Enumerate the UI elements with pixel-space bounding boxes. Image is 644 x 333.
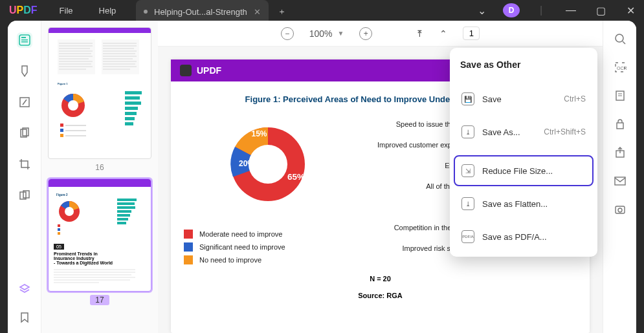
protect-icon[interactable] xyxy=(614,118,627,131)
svg-rect-38 xyxy=(125,102,141,105)
svg-rect-57 xyxy=(117,218,128,220)
screenshot-icon[interactable] xyxy=(614,203,627,216)
close-window-button[interactable]: ✕ xyxy=(622,5,639,17)
close-icon[interactable]: ✕ xyxy=(254,7,261,17)
svg-rect-54 xyxy=(117,206,135,209)
svg-text:65%: 65% xyxy=(287,172,305,182)
svg-rect-37 xyxy=(125,96,140,100)
zoom-in-button[interactable]: + xyxy=(359,27,372,40)
prev-page-button[interactable]: ⌃ xyxy=(439,28,447,39)
page-number-input[interactable] xyxy=(463,27,480,40)
save-as-icon: ⤓ xyxy=(461,125,474,138)
document-tab[interactable]: Helping-Out...al-Strength ✕ xyxy=(136,0,269,23)
flatten-icon: ⤓ xyxy=(461,197,474,210)
thumb-section-badge: 05 xyxy=(54,244,64,250)
window-controls: ⌄ D | — ▢ ✕ xyxy=(473,0,639,21)
svg-rect-41 xyxy=(125,117,135,120)
organize-pages-icon[interactable] xyxy=(17,125,32,141)
thumbnail-number: 16 xyxy=(48,163,151,172)
view-toolbar: − 100% ▼ + ⇤ ⌃ xyxy=(158,21,603,47)
svg-rect-82 xyxy=(615,177,625,185)
svg-text:OCR: OCR xyxy=(617,66,627,70)
svg-point-73 xyxy=(616,34,623,42)
svg-rect-80 xyxy=(617,123,623,129)
minimize-button[interactable]: — xyxy=(562,5,579,16)
thumbnail-number-current: 17 xyxy=(48,295,151,305)
chart-source: Source: RGA xyxy=(184,292,577,299)
chevron-down-icon[interactable]: ⌄ xyxy=(473,5,490,17)
menu-help[interactable]: Help xyxy=(86,6,129,16)
zoom-out-button[interactable]: − xyxy=(281,27,294,40)
svg-rect-52 xyxy=(117,199,137,201)
svg-rect-43 xyxy=(60,124,63,127)
brand-mark-icon xyxy=(180,65,192,76)
avatar[interactable]: D xyxy=(503,3,520,17)
first-page-button[interactable]: ⇤ xyxy=(415,30,425,38)
new-tab-button[interactable]: ＋ xyxy=(269,0,295,23)
ocr-icon[interactable]: OCR xyxy=(614,61,627,74)
donut-chart: 65% 20% 15% Moderate need to improve Sig… xyxy=(184,116,352,268)
svg-rect-45 xyxy=(60,134,63,137)
svg-rect-53 xyxy=(117,202,135,205)
thumbnail-panel: Figure 1 xyxy=(41,21,158,333)
chevron-down-icon: ▼ xyxy=(337,30,344,37)
svg-rect-55 xyxy=(117,210,131,213)
save-icon: 💾 xyxy=(461,92,474,105)
menu-reduce-file-size[interactable]: ⇲ Reduce File Size... xyxy=(454,155,594,186)
tab-title: Helping-Out...al-Strength xyxy=(154,7,247,17)
crop-icon[interactable] xyxy=(17,156,32,172)
sample-size: N = 20 xyxy=(184,275,577,283)
menu-save-flatten[interactable]: ⤓ Save as Flatten... xyxy=(454,188,594,219)
email-icon[interactable] xyxy=(614,175,627,188)
left-toolbar xyxy=(8,21,41,333)
menu-save-pdfa[interactable]: PDF/A Save as PDF/A... xyxy=(454,221,594,252)
compare-icon[interactable] xyxy=(17,188,32,203)
reader-mode-icon[interactable] xyxy=(17,32,32,48)
menu-save[interactable]: 💾 Save Ctrl+S xyxy=(454,83,594,114)
svg-rect-44 xyxy=(60,129,63,132)
annotate-icon[interactable] xyxy=(17,63,32,79)
donut-legend: Moderate need to improve Significant nee… xyxy=(184,230,352,264)
maximize-button[interactable]: ▢ xyxy=(592,5,609,17)
tab-modified-dot-icon xyxy=(144,10,148,14)
thumbnail-page-16[interactable]: Figure 1 xyxy=(48,27,151,159)
dropdown-title: Save as Other xyxy=(452,50,595,81)
svg-rect-58 xyxy=(117,222,126,224)
compress-icon: ⇲ xyxy=(461,164,474,177)
svg-rect-40 xyxy=(125,112,137,115)
right-toolbar: OCR xyxy=(603,21,636,333)
bookmark-icon[interactable] xyxy=(17,310,32,325)
pdfa-icon: PDF/A xyxy=(461,230,474,243)
workspace: Figure 1 xyxy=(8,21,636,333)
menu-file[interactable]: File xyxy=(47,6,86,16)
svg-rect-60 xyxy=(58,228,60,231)
svg-point-51 xyxy=(65,207,74,216)
form-icon[interactable] xyxy=(614,89,627,102)
save-as-other-menu: Save as Other 💾 Save Ctrl+S ⤓ Save As...… xyxy=(450,48,597,257)
svg-point-84 xyxy=(618,208,622,212)
edit-text-icon[interactable] xyxy=(17,94,32,110)
svg-line-74 xyxy=(623,41,625,44)
layers-icon[interactable] xyxy=(17,281,32,297)
svg-text:20%: 20% xyxy=(239,159,254,168)
tab-bar: Helping-Out...al-Strength ✕ ＋ xyxy=(136,0,295,23)
svg-rect-2 xyxy=(21,39,28,41)
zoom-select[interactable]: 100% ▼ xyxy=(309,28,344,39)
svg-text:Figure 2: Figure 2 xyxy=(56,193,68,197)
svg-rect-61 xyxy=(58,232,60,235)
svg-rect-1 xyxy=(21,37,26,38)
svg-rect-59 xyxy=(58,224,60,227)
search-icon[interactable] xyxy=(614,32,627,45)
app-logo: UPDF xyxy=(9,5,38,16)
share-icon[interactable] xyxy=(614,146,627,159)
svg-point-35 xyxy=(68,100,78,111)
svg-rect-39 xyxy=(125,107,138,110)
svg-rect-36 xyxy=(125,91,142,94)
svg-text:15%: 15% xyxy=(252,129,267,138)
svg-text:Figure 1: Figure 1 xyxy=(58,82,68,85)
svg-rect-42 xyxy=(125,122,133,125)
svg-rect-3 xyxy=(21,41,28,43)
svg-rect-56 xyxy=(117,214,130,217)
menu-save-as[interactable]: ⤓ Save As... Ctrl+Shift+S xyxy=(454,116,594,147)
thumbnail-page-17[interactable]: Figure 2 xyxy=(48,178,151,292)
